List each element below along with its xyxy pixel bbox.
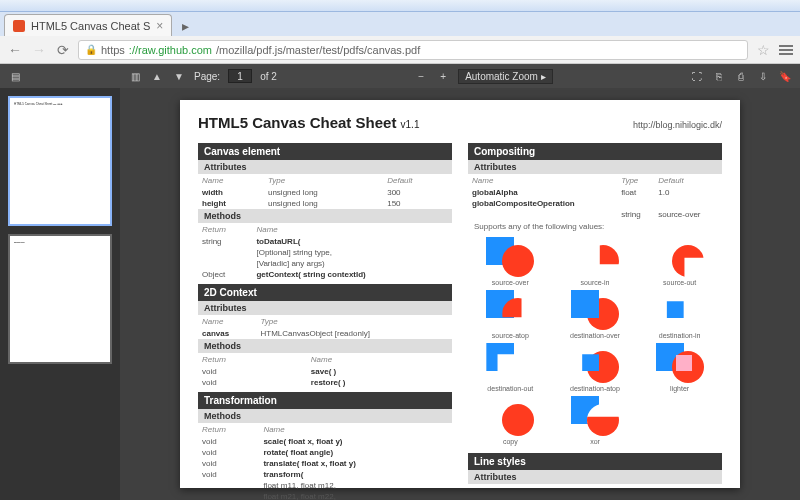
thumbnail-page-1[interactable]: HTML5 Canvas Cheat Sheet ▪▪▪ ●●● — [8, 96, 112, 226]
page-total: of 2 — [260, 71, 277, 82]
composite-attr-table: NameTypeDefault globalAlphafloat1.0 glob… — [468, 174, 722, 220]
forward-button[interactable]: → — [30, 41, 48, 59]
new-tab-button[interactable]: ▸ — [176, 16, 195, 36]
favicon-icon — [13, 20, 25, 32]
url-scheme: https — [101, 44, 125, 56]
thumbnail-page-2[interactable]: ▪▪▪▪▪▪▪▪▪▪ — [8, 234, 112, 364]
pdf-page: HTML5 Canvas Cheat Sheet v1.1 http://blo… — [180, 100, 740, 488]
menu-icon[interactable] — [778, 42, 794, 58]
outline-icon[interactable]: ▥ — [128, 69, 142, 83]
left-column: Canvas element Attributes NameTypeDefaul… — [198, 139, 452, 500]
reload-button[interactable]: ⟳ — [54, 41, 72, 59]
open-icon[interactable]: ⎘ — [712, 69, 726, 83]
sidebar-toggle-icon[interactable]: ▤ — [8, 69, 22, 83]
sub-attributes: Attributes — [198, 160, 452, 174]
zoom-out-icon[interactable]: − — [414, 69, 428, 83]
doc-title: HTML5 Canvas Cheat Sheet v1.1 — [198, 114, 419, 131]
bookmark-icon[interactable]: ☆ — [754, 41, 772, 59]
page-label: Page: — [194, 71, 220, 82]
url-host: ://raw.github.com — [129, 44, 212, 56]
tools-icon[interactable]: 🔖 — [778, 69, 792, 83]
section-canvas-element: Canvas element — [198, 143, 452, 160]
thumbnail-panel: HTML5 Canvas Cheat Sheet ▪▪▪ ●●● ▪▪▪▪▪▪▪… — [0, 88, 120, 500]
transform-table: ReturnName voidscale( float x, float y) … — [198, 423, 452, 500]
canvas-methods-table: ReturnName stringtoDataURL( [Optional] s… — [198, 223, 452, 280]
right-column: Compositing Attributes NameTypeDefault g… — [468, 139, 722, 500]
print-icon[interactable]: ⎙ — [734, 69, 748, 83]
section-line-styles: Line styles — [468, 453, 722, 470]
section-transformation: Transformation — [198, 392, 452, 409]
sub-methods: Methods — [198, 209, 452, 223]
page-content[interactable]: HTML5 Canvas Cheat Sheet v1.1 http://blo… — [120, 88, 800, 500]
tab-strip: HTML5 Canvas Cheat S × ▸ — [0, 12, 800, 36]
address-input[interactable]: 🔒 https ://raw.github.com /mozilla/pdf.j… — [78, 40, 748, 60]
zoom-select[interactable]: Automatic Zoom ▸ — [458, 69, 553, 84]
next-page-icon[interactable]: ▼ — [172, 69, 186, 83]
supports-note: Supports any of the following values: — [468, 220, 722, 233]
doc-url: http://blog.nihilogic.dk/ — [633, 120, 722, 130]
composite-grid: source-over source-in source-out source-… — [468, 233, 722, 449]
browser-tab[interactable]: HTML5 Canvas Cheat S × — [4, 14, 172, 36]
ctx-methods-table: ReturnName voidsave( ) voidrestore( ) — [198, 353, 452, 388]
section-compositing: Compositing — [468, 143, 722, 160]
close-tab-icon[interactable]: × — [156, 19, 163, 33]
lock-icon: 🔒 — [85, 44, 97, 55]
back-button[interactable]: ← — [6, 41, 24, 59]
tab-title: HTML5 Canvas Cheat S — [31, 20, 150, 32]
prev-page-icon[interactable]: ▲ — [150, 69, 164, 83]
window-titlebar — [0, 0, 800, 12]
url-path: /mozilla/pdf.js/master/test/pdfs/canvas.… — [216, 44, 420, 56]
section-2d-context: 2D Context — [198, 284, 452, 301]
pdf-toolbar: ▤ ▥ ▲ ▼ Page: of 2 − + Automatic Zoom ▸ … — [0, 64, 800, 88]
page-input[interactable] — [228, 69, 252, 83]
presentation-icon[interactable]: ⛶ — [690, 69, 704, 83]
ctx-attr-table: NameType canvasHTMLCanvasObject [readonl… — [198, 315, 452, 339]
canvas-attr-table: NameTypeDefault widthunsigned long300 he… — [198, 174, 452, 209]
pdf-viewer: HTML5 Canvas Cheat Sheet ▪▪▪ ●●● ▪▪▪▪▪▪▪… — [0, 88, 800, 500]
zoom-in-icon[interactable]: + — [436, 69, 450, 83]
url-bar: ← → ⟳ 🔒 https ://raw.github.com /mozilla… — [0, 36, 800, 64]
download-icon[interactable]: ⇩ — [756, 69, 770, 83]
